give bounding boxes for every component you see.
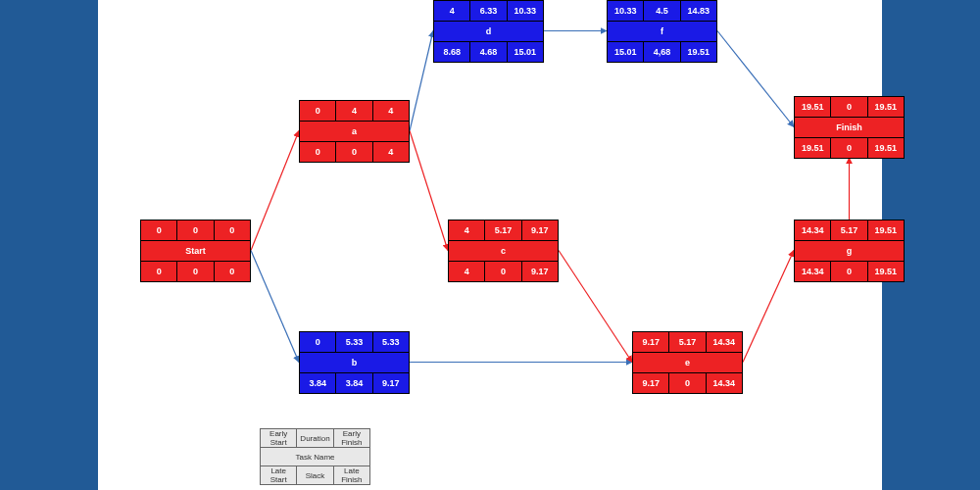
ls: 0 — [141, 262, 177, 282]
dur: 0 — [831, 97, 867, 118]
node-e: 9.175.1714.34e9.17014.34 — [632, 331, 743, 394]
dur: 5.17 — [831, 220, 867, 241]
lf: 9.17 — [372, 373, 409, 394]
edge-start-b — [251, 251, 299, 363]
dur: 5.17 — [669, 332, 706, 353]
legend-es: Early Start — [261, 429, 297, 448]
node-a: 044a004 — [299, 100, 410, 163]
node-g: 14.345.1719.51g14.34019.51 — [794, 220, 905, 282]
task-name: c — [449, 241, 559, 262]
node-b: 05.335.33b3.843.849.17 — [299, 331, 410, 394]
ef: 19.51 — [867, 220, 904, 241]
dur: 0 — [177, 220, 214, 241]
ls: 8.68 — [434, 42, 470, 63]
task-name: a — [300, 122, 410, 142]
edge-c-e — [559, 251, 632, 363]
ef: 9.17 — [521, 220, 558, 241]
lf: 9.17 — [521, 262, 558, 282]
task-name: b — [300, 353, 410, 373]
ef: 19.51 — [867, 97, 904, 118]
es: 4 — [449, 220, 485, 241]
lf: 15.01 — [507, 42, 543, 63]
ls: 9.17 — [633, 373, 669, 394]
slack: 0 — [336, 142, 372, 163]
node-finish: 19.51019.51Finish19.51019.51 — [794, 96, 905, 159]
es: 4 — [434, 1, 470, 22]
node-d: 46.3310.33d8.684.6815.01 — [433, 0, 544, 63]
lf: 0 — [214, 262, 250, 282]
ef: 5.33 — [372, 332, 409, 353]
edge-f-finish — [717, 31, 794, 127]
slack: 0 — [485, 262, 521, 282]
task-name: g — [795, 241, 905, 262]
node-c: 45.179.17c409.17 — [448, 220, 559, 282]
lf: 19.51 — [867, 138, 904, 159]
legend-ls: Late Start — [261, 466, 297, 485]
node-f: 10.334.514.83f15.014,6819.51 — [607, 0, 717, 63]
es: 0 — [141, 220, 177, 241]
frame-left — [0, 0, 98, 490]
lf: 4 — [372, 142, 409, 163]
dur: 4 — [336, 101, 372, 122]
legend-lf: Late Finish — [333, 466, 369, 485]
ef: 0 — [214, 220, 250, 241]
task-name: Start — [141, 241, 251, 262]
slack: 0 — [669, 373, 706, 394]
es: 9.17 — [633, 332, 669, 353]
ls: 3.84 — [300, 373, 336, 394]
dur: 4.5 — [644, 1, 680, 22]
es: 10.33 — [608, 1, 644, 22]
task-name: d — [434, 22, 544, 42]
lf: 19.51 — [680, 42, 716, 63]
legend-dur: Duration — [297, 429, 333, 448]
ls: 0 — [300, 142, 336, 163]
slack: 4,68 — [644, 42, 680, 63]
task-name: f — [608, 22, 717, 42]
lf: 14.34 — [706, 373, 742, 394]
ls: 14.34 — [795, 262, 831, 282]
edge-a-c — [410, 131, 448, 251]
slack: 3.84 — [336, 373, 372, 394]
node-start: 000Start000 — [140, 220, 251, 282]
dur: 5.33 — [336, 332, 372, 353]
ls: 4 — [449, 262, 485, 282]
task-name: Finish — [795, 118, 905, 138]
es: 0 — [300, 101, 336, 122]
ls: 15.01 — [608, 42, 644, 63]
diagram-canvas: 000Start000044a00405.335.33b3.843.849.17… — [98, 0, 882, 490]
ef: 4 — [372, 101, 409, 122]
es: 19.51 — [795, 97, 831, 118]
legend-ef: Early Finish — [333, 429, 369, 448]
ef: 14.83 — [680, 1, 716, 22]
edge-start-a — [251, 131, 299, 251]
legend-box: Early Start Duration Early Finish Task N… — [260, 428, 370, 485]
ef: 14.34 — [706, 332, 742, 353]
slack: 0 — [831, 262, 867, 282]
slack: 0 — [177, 262, 214, 282]
dur: 5.17 — [485, 220, 521, 241]
ls: 19.51 — [795, 138, 831, 159]
lf: 19.51 — [867, 262, 904, 282]
es: 14.34 — [795, 220, 831, 241]
edge-e-g — [743, 251, 794, 363]
task-name: e — [633, 353, 743, 373]
dur: 6.33 — [470, 1, 507, 22]
es: 0 — [300, 332, 336, 353]
edge-a-d — [410, 31, 433, 131]
slack: 0 — [831, 138, 867, 159]
slack: 4.68 — [470, 42, 507, 63]
ef: 10.33 — [507, 1, 543, 22]
legend-slack: Slack — [297, 466, 333, 485]
legend-name: Task Name — [261, 448, 370, 466]
